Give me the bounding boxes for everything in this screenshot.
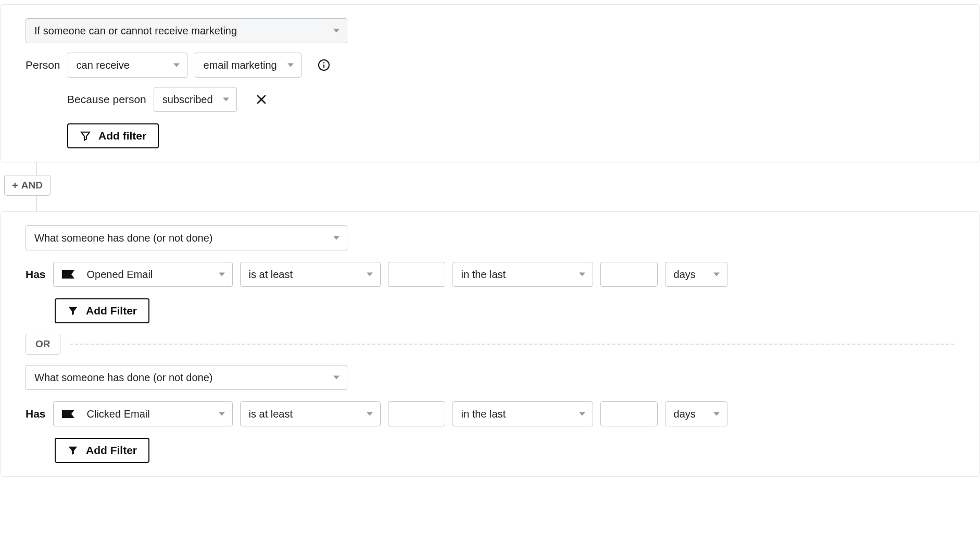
unit-value: days [674, 269, 696, 281]
count-input[interactable] [388, 262, 445, 287]
chevron-down-icon [287, 64, 294, 67]
segment-builder: If someone can or cannot receive marketi… [0, 4, 980, 477]
chevron-down-icon [367, 273, 373, 276]
add-filter-label: Add filter [98, 130, 146, 142]
has-row-2: Has Clicked Email is at least in the las… [26, 401, 954, 426]
event-select[interactable]: Clicked Email [53, 401, 233, 426]
rule-type-select[interactable]: What someone has done (or not done) [26, 225, 347, 250]
can-receive-value: can receive [77, 59, 130, 71]
comparator-value: is at least [249, 269, 293, 281]
plus-icon: + [12, 180, 18, 191]
chevron-down-icon [367, 412, 373, 416]
has-label: Has [26, 268, 46, 281]
rule-type-select[interactable]: What someone has done (or not done) [26, 365, 347, 390]
rule-block-marketing-consent: If someone can or cannot receive marketi… [0, 4, 980, 162]
unit-value: days [674, 408, 696, 420]
flag-icon [62, 269, 76, 280]
comparator-select[interactable]: is at least [240, 262, 381, 287]
because-select[interactable]: subscribed [154, 87, 237, 112]
event-value: Opened Email [87, 269, 153, 281]
because-label: Because person [67, 93, 146, 106]
and-button[interactable]: + AND [4, 175, 51, 196]
chevron-down-icon [713, 412, 720, 416]
chevron-down-icon [219, 412, 225, 416]
and-connector: + AND [36, 162, 980, 211]
filter-icon [67, 305, 79, 317]
chevron-down-icon [333, 376, 340, 380]
chevron-down-icon [173, 64, 180, 67]
filter-icon [67, 445, 79, 456]
person-row: Person can receive email marketing [26, 53, 954, 78]
rule-type-label: What someone has done (or not done) [34, 232, 212, 244]
info-icon[interactable] [317, 58, 331, 72]
comparator-select[interactable]: is at least [240, 401, 381, 426]
chevron-down-icon [333, 236, 340, 240]
range-type-value: in the last [461, 408, 506, 420]
person-label: Person [26, 59, 60, 71]
range-value-input[interactable] [600, 262, 658, 287]
add-filter-button[interactable]: Add Filter [55, 438, 149, 463]
rule-type-row: What someone has done (or not done) [26, 225, 954, 250]
comparator-value: is at least [249, 408, 293, 420]
or-label: OR [35, 338, 51, 349]
event-value: Clicked Email [87, 408, 150, 420]
rule-type-label: If someone can or cannot receive marketi… [34, 25, 237, 37]
has-label: Has [26, 408, 46, 420]
or-separator: OR [26, 334, 954, 355]
rule-type-label: What someone has done (or not done) [34, 372, 212, 384]
unit-select[interactable]: days [665, 401, 727, 426]
chevron-down-icon [713, 273, 720, 276]
add-filter-label: Add Filter [86, 444, 137, 457]
range-type-select[interactable]: in the last [453, 401, 593, 426]
add-filter-label: Add Filter [86, 305, 137, 317]
connector-line [36, 196, 37, 211]
svg-point-2 [323, 62, 324, 63]
flag-icon [62, 409, 76, 419]
add-filter-button[interactable]: Add Filter [55, 298, 149, 323]
unit-select[interactable]: days [665, 262, 727, 287]
chevron-down-icon [219, 273, 225, 276]
range-value-input[interactable] [600, 401, 658, 426]
rule-type-select[interactable]: If someone can or cannot receive marketi… [26, 18, 347, 43]
or-button[interactable]: OR [26, 334, 60, 355]
chevron-down-icon [579, 412, 585, 416]
rule-type-row: What someone has done (or not done) [26, 365, 954, 390]
event-select[interactable]: Opened Email [53, 262, 233, 287]
channel-value: email marketing [204, 59, 277, 71]
add-filter-row-2: Add Filter [55, 298, 954, 323]
because-value: subscribed [162, 94, 213, 106]
range-type-value: in the last [461, 269, 506, 281]
chevron-down-icon [223, 98, 229, 102]
has-row-1: Has Opened Email is at least in the last… [26, 262, 954, 287]
chevron-down-icon [333, 29, 340, 33]
add-filter-button[interactable]: Add filter [67, 123, 159, 148]
dashed-divider [70, 344, 955, 345]
and-label: AND [21, 180, 43, 191]
remove-because-button[interactable] [255, 93, 268, 106]
channel-select[interactable]: email marketing [195, 53, 301, 78]
add-filter-row-1: Add filter [67, 123, 954, 148]
chevron-down-icon [579, 273, 585, 276]
filter-icon [80, 130, 91, 142]
count-input[interactable] [388, 401, 445, 426]
rule-type-row: If someone can or cannot receive marketi… [26, 18, 954, 43]
because-row: Because person subscribed [67, 87, 954, 112]
can-receive-select[interactable]: can receive [68, 53, 187, 78]
rule-block-activity: What someone has done (or not done) Has … [0, 211, 980, 477]
range-type-select[interactable]: in the last [453, 262, 593, 287]
add-filter-row-3: Add Filter [55, 438, 954, 463]
